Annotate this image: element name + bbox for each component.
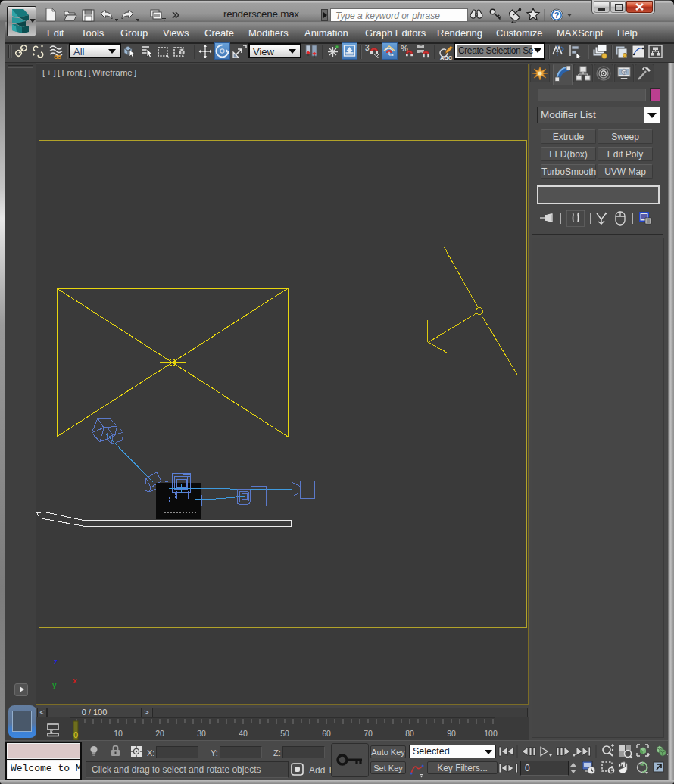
svg-text:40: 40	[239, 729, 248, 738]
svg-text:50: 50	[280, 729, 289, 738]
svg-text:20: 20	[155, 729, 164, 738]
svg-text:3: 3	[365, 44, 370, 52]
svg-text:100: 100	[484, 729, 498, 738]
svg-text:60: 60	[322, 729, 331, 738]
svg-text:90: 90	[447, 729, 456, 738]
svg-text:30: 30	[197, 729, 206, 738]
svg-text:10: 10	[114, 729, 123, 738]
svg-text:70: 70	[364, 729, 373, 738]
svg-text:ABC: ABC	[440, 54, 453, 61]
svg-text:x: x	[73, 677, 77, 685]
svg-text:y: y	[52, 681, 57, 689]
svg-text:0: 0	[73, 730, 78, 739]
svg-text:80: 80	[405, 729, 414, 738]
svg-text:?: ?	[554, 11, 560, 20]
svg-text:z: z	[54, 658, 58, 666]
